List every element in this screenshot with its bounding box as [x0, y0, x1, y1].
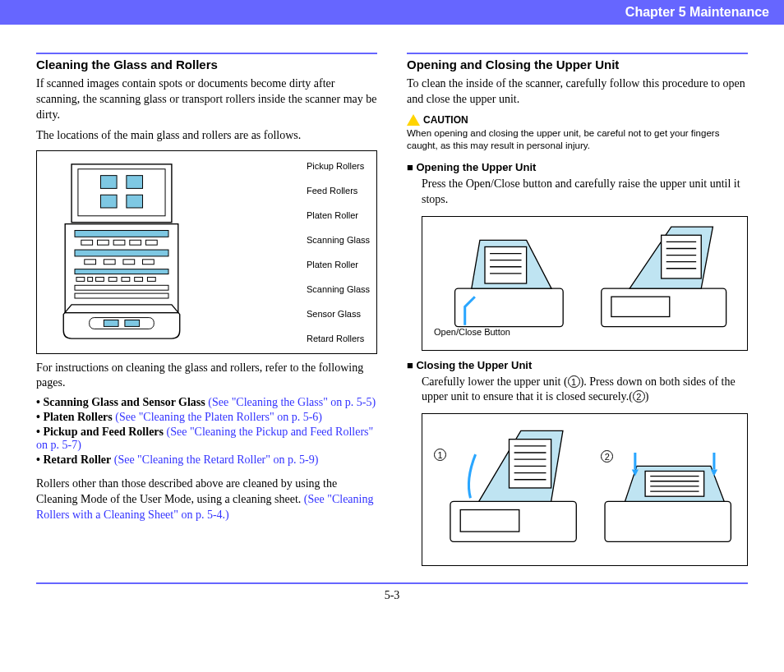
svg-rect-47 [450, 502, 576, 542]
opening-subhead: ■ Opening the Upper Unit [407, 161, 748, 173]
bullet-pickup-feed-rollers-bold: • Pickup and Feed Rollers [36, 426, 164, 438]
roller-diagram: Pickup Rollers Feed Rollers Platen Rolle… [36, 150, 377, 354]
svg-rect-57 [605, 502, 731, 542]
caution-icon [407, 114, 420, 126]
left-para-4-text: Rollers other than those described above… [36, 477, 337, 505]
bullet-pickup-feed-rollers: • Pickup and Feed Rollers (See "Cleaning… [36, 426, 377, 452]
left-para-4: Rollers other than those described above… [36, 476, 377, 523]
left-para-2: The locations of the main glass and roll… [36, 128, 377, 144]
svg-rect-15 [104, 259, 115, 264]
svg-rect-25 [147, 277, 155, 281]
closing-body-num2: 2 [633, 390, 645, 403]
svg-rect-31 [455, 288, 564, 327]
svg-rect-49 [510, 440, 551, 488]
svg-rect-12 [145, 240, 157, 245]
closing-subhead: ■ Closing the Upper Unit [407, 359, 748, 371]
caution-header: CAUTION [407, 114, 748, 126]
svg-rect-6 [65, 223, 178, 312]
scanner-front-svg [44, 159, 200, 345]
diagram-label-feed-rollers: Feed Rollers [307, 186, 370, 196]
bullet-scanning-glass: • Scanning Glass and Sensor Glass (See "… [36, 396, 377, 409]
svg-rect-19 [76, 277, 85, 281]
svg-rect-46 [611, 297, 670, 316]
bullet-scanning-glass-link[interactable]: (See "Cleaning the Glass" on p. 5-5) [205, 396, 376, 408]
svg-rect-33 [485, 246, 527, 283]
left-column: Cleaning the Glass and Rollers If scanne… [36, 53, 377, 574]
right-para-1: To clean the inside of the scanner, care… [407, 76, 748, 108]
svg-rect-13 [75, 250, 168, 256]
closing-body-c: ) [645, 390, 649, 403]
bullet-scanning-glass-bold: • Scanning Glass and Sensor Glass [36, 396, 205, 408]
svg-rect-14 [85, 259, 96, 264]
bullet-retard-roller-link[interactable]: (See "Cleaning the Retard Roller" on p. … [111, 453, 318, 466]
open-close-button-label: Open/Close Button [434, 327, 510, 337]
closing-body-num1: 1 [568, 375, 580, 388]
diagram-label-scanning-glass-2: Scanning Glass [307, 284, 370, 294]
bullet-platen-rollers-link[interactable]: (See "Cleaning the Platen Rollers" on p.… [113, 411, 322, 423]
chapter-header: Chapter 5 Maintenance [0, 0, 784, 25]
diagram-label-platen-roller-1: Platen Roller [307, 210, 370, 220]
svg-rect-24 [135, 277, 143, 281]
svg-rect-16 [123, 259, 135, 264]
svg-rect-20 [88, 277, 93, 281]
opening-figure: Open/Close Button [422, 216, 748, 351]
bullet-retard-roller-bold: • Retard Roller [36, 453, 111, 466]
svg-rect-29 [104, 320, 118, 326]
svg-rect-56 [460, 510, 519, 532]
diagram-label-scanning-glass-1: Scanning Glass [307, 235, 370, 245]
svg-rect-17 [143, 259, 154, 264]
svg-rect-38 [602, 288, 726, 327]
bullet-platen-rollers-bold: • Platen Rollers [36, 411, 113, 423]
svg-rect-59 [645, 472, 704, 497]
page-columns: Cleaning the Glass and Rollers If scanne… [0, 25, 784, 582]
svg-rect-4 [100, 195, 117, 208]
svg-rect-11 [130, 240, 141, 245]
svg-rect-22 [108, 277, 117, 281]
bullet-retard-roller: • Retard Roller (See "Cleaning the Retar… [36, 453, 377, 467]
diagram-label-pickup-rollers: Pickup Rollers [307, 161, 370, 171]
caution-body: When opening and closing the upper unit,… [407, 127, 748, 153]
closing-body: Carefully lower the upper unit (1). Pres… [422, 375, 748, 406]
svg-rect-28 [90, 317, 154, 329]
svg-rect-26 [75, 285, 168, 290]
svg-rect-27 [75, 293, 168, 298]
opening-body: Press the Open/Close button and carefull… [422, 177, 748, 208]
left-para-1: If scanned images contain spots or docum… [36, 76, 377, 123]
caution-label: CAUTION [423, 114, 468, 126]
svg-rect-2 [100, 175, 117, 188]
svg-rect-0 [71, 163, 172, 222]
svg-rect-21 [96, 277, 104, 281]
page-footer: 5-3 [36, 582, 748, 602]
svg-rect-18 [75, 269, 168, 274]
left-para-3: For instructions on cleaning the glass a… [36, 361, 377, 392]
closing-body-a: Carefully lower the upper unit ( [422, 375, 568, 388]
right-section-title: Opening and Closing the Upper Unit [407, 58, 748, 71]
diagram-label-sensor-glass: Sensor Glass [307, 309, 370, 319]
svg-rect-7 [75, 230, 168, 237]
closing-figure-svg [422, 414, 747, 565]
svg-rect-1 [78, 168, 165, 215]
left-section-title: Cleaning the Glass and Rollers [36, 58, 377, 71]
bullet-platen-rollers: • Platen Rollers (See "Cleaning the Plat… [36, 411, 377, 424]
svg-rect-10 [113, 240, 125, 245]
svg-rect-3 [127, 175, 143, 188]
diagram-label-platen-roller-2: Platen Roller [307, 260, 370, 269]
svg-rect-23 [122, 277, 130, 281]
svg-rect-5 [127, 195, 143, 208]
svg-rect-8 [81, 240, 93, 245]
closing-figure: 1 2 [422, 413, 748, 566]
right-column: Opening and Closing the Upper Unit To cl… [407, 53, 748, 574]
svg-rect-30 [125, 320, 140, 326]
diagram-label-retard-rollers: Retard Rollers [307, 334, 370, 343]
svg-rect-9 [98, 240, 109, 245]
